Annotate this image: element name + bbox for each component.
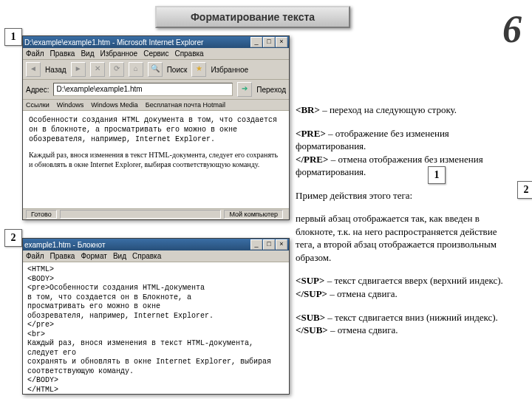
ie-body-p1: Особенности создания HTML документа в то… xyxy=(29,115,283,144)
ie-viewport: Особенности создания HTML документа в то… xyxy=(23,111,289,208)
back-button[interactable]: ◄ xyxy=(26,62,41,77)
favorites-label: Избранное xyxy=(211,66,248,74)
go-button[interactable]: ➔ xyxy=(237,82,252,97)
ie-toolbar: ◄ Назад ► ✕ ⟳ ⌂ 🔍 Поиск ★ Избранное xyxy=(23,60,289,80)
close-button[interactable]: × xyxy=(276,37,287,47)
callout-2: 2 xyxy=(4,229,22,247)
back-label: Назад xyxy=(45,66,66,74)
np-maximize-button[interactable]: □ xyxy=(263,239,275,250)
forward-button[interactable]: ► xyxy=(71,62,86,77)
np-textarea[interactable]: <HTML> <BODY> <pre>Особенности создания … xyxy=(23,262,289,394)
menu-tools[interactable]: Сервис xyxy=(143,50,168,58)
desc-sub: <SUB> – текст сдвигается вниз (нижний ин… xyxy=(296,311,517,337)
stop-button[interactable]: ✕ xyxy=(90,62,105,77)
ie-addressbar: Адрес: D:\example\example1.htm ➔ Переход xyxy=(23,80,289,100)
desc-pre: <PRE> – отображение без изменения формат… xyxy=(296,127,517,179)
np-menu-file[interactable]: Файл xyxy=(26,252,44,260)
menu-favorites[interactable]: Избранное xyxy=(100,50,137,58)
slide-title-bar: Форматирование текста xyxy=(155,6,350,28)
explanation-column: <BR> – переход на следующую строку. <PRE… xyxy=(296,103,517,347)
home-button[interactable]: ⌂ xyxy=(129,62,143,77)
callout-inline-2: 2 xyxy=(517,181,532,199)
link-wm[interactable]: Windows Media xyxy=(91,101,138,109)
status-left: Готово xyxy=(26,210,57,219)
favorites-icon[interactable]: ★ xyxy=(191,62,206,77)
callout-1: 1 xyxy=(4,28,22,46)
np-titlebar: example1.htm - Блокнот _ □ × xyxy=(23,239,289,250)
link-windows[interactable]: Windows xyxy=(57,101,84,109)
menu-edit[interactable]: Правка xyxy=(50,50,75,58)
np-minimize-button[interactable]: _ xyxy=(250,239,262,250)
link-hotmail[interactable]: Бесплатная почта Hotmail xyxy=(146,101,225,109)
go-label: Переход xyxy=(256,86,286,94)
ie-titlebar: D:\example\example1.htm - Microsoft Inte… xyxy=(23,36,289,48)
menu-file[interactable]: Файл xyxy=(26,50,44,58)
ie-title-text: D:\example\example1.htm - Microsoft Inte… xyxy=(24,38,203,47)
np-menu-format[interactable]: Формат xyxy=(81,252,107,260)
maximize-button[interactable]: □ xyxy=(263,37,275,47)
links-label: Ссылки xyxy=(26,101,50,109)
np-menu-edit[interactable]: Правка xyxy=(50,252,75,260)
menu-help[interactable]: Справка xyxy=(174,50,203,58)
desc-br: <BR> – переход на следующую строку. xyxy=(296,103,517,117)
ie-menubar: Файл Правка Вид Избранное Сервис Справка xyxy=(23,48,289,60)
np-menu-view[interactable]: Вид xyxy=(113,252,126,260)
search-label: Поиск xyxy=(167,66,188,74)
ie-links-bar: Ссылки Windows Windows Media Бесплатная … xyxy=(23,100,289,111)
ie-statusbar: Готово Мой компьютер xyxy=(23,208,289,219)
address-label: Адрес: xyxy=(26,86,49,94)
desc-sup: <SUP> – текст сдвигается вверх (верхний … xyxy=(296,274,517,300)
menu-view[interactable]: Вид xyxy=(81,50,94,58)
page-number: 6 xyxy=(502,10,522,49)
ie-body-p2: Каждый раз, внося изменения в текст HTML… xyxy=(29,150,283,169)
ie-window: D:\example\example1.htm - Microsoft Inte… xyxy=(22,35,290,220)
np-menu-help[interactable]: Справка xyxy=(132,252,161,260)
notepad-window: example1.htm - Блокнот _ □ × Файл Правка… xyxy=(22,238,290,395)
desc-example-body: первый абзац отображается так, как введе… xyxy=(296,212,517,264)
np-close-button[interactable]: × xyxy=(276,239,287,250)
search-icon[interactable]: 🔍 xyxy=(148,62,163,77)
status-right: Мой компьютер xyxy=(224,210,283,219)
np-menubar: Файл Правка Формат Вид Справка xyxy=(23,250,289,262)
np-title-text: example1.htm - Блокнот xyxy=(24,241,105,249)
minimize-button[interactable]: _ xyxy=(250,37,262,47)
address-input[interactable]: D:\example\example1.htm xyxy=(53,83,233,96)
refresh-button[interactable]: ⟳ xyxy=(109,62,124,77)
desc-example-intro: Пример действия этого тега: xyxy=(296,189,517,202)
